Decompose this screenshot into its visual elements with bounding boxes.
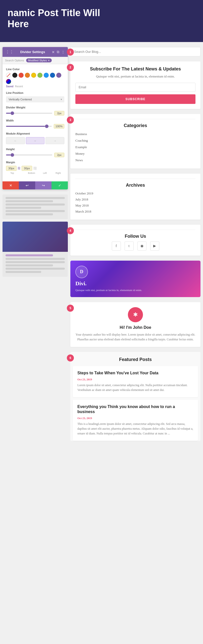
archives-divider bbox=[75, 179, 195, 179]
redo-button[interactable]: ↪ bbox=[35, 181, 52, 189]
more-icon[interactable]: ⋮ bbox=[61, 50, 65, 54]
width-track[interactable] bbox=[6, 126, 52, 127]
divider-weight-group: Divider Weight 2px bbox=[6, 106, 64, 115]
width-value: 100% bbox=[54, 124, 64, 129]
blurred-content-block-1 bbox=[3, 194, 68, 219]
line-position-group: Line Position Vertically Centered bbox=[6, 91, 64, 102]
modified-styles-tab[interactable]: Modified Styles ✕ bbox=[26, 58, 52, 62]
line-color-label: Line Color bbox=[6, 68, 64, 71]
archive-mar-2018[interactable]: March 2018 bbox=[75, 209, 195, 215]
close-modified-tab[interactable]: ✕ bbox=[48, 59, 50, 62]
saved-recent-row: Saved Recent bbox=[6, 85, 64, 88]
follow-section: 4 Follow Us f t ◉ ▶ bbox=[70, 225, 200, 261]
margin-label: Margin bbox=[6, 161, 64, 164]
undo-button[interactable]: ↩ bbox=[19, 181, 35, 189]
cancel-button[interactable]: ✕ bbox=[3, 181, 19, 189]
line-position-label: Line Position bbox=[6, 91, 64, 94]
color-swatch-green[interactable] bbox=[37, 73, 42, 78]
author-bio: Your dynamic author bio will display her… bbox=[75, 332, 195, 342]
confirm-button[interactable]: ✓ bbox=[52, 181, 68, 189]
category-news[interactable]: News bbox=[75, 157, 195, 164]
categories-section: 3 Categories Business Coaching Example M… bbox=[70, 114, 200, 174]
featured-post-excerpt-2: This is a headingLorem ipsum dolor sit a… bbox=[77, 422, 193, 436]
subscribe-widget: Subscribe For The Latest News & Updates … bbox=[70, 61, 200, 109]
category-money[interactable]: Money bbox=[75, 150, 195, 157]
page-title: namic Post Title WillHere bbox=[8, 8, 195, 29]
margin-inputs-row: ⛓ ⛓ bbox=[6, 166, 64, 171]
divider-weight-value: 2px bbox=[54, 111, 64, 115]
color-swatch-blue[interactable] bbox=[44, 73, 49, 78]
archives-widget: Archives October 2019 July 2018 May 2018… bbox=[70, 174, 200, 220]
category-example[interactable]: Example bbox=[75, 144, 195, 150]
settings-tabs: Search Options Modified Styles ✕ bbox=[3, 57, 68, 64]
facebook-icon[interactable]: f bbox=[112, 242, 121, 251]
margin-labels: Top Bottom Left Right bbox=[6, 172, 64, 174]
divi-promo-banner[interactable]: D Divi. Quisque velit nisi, pretium ut l… bbox=[70, 261, 200, 297]
subscribe-subtitle: Quisque velit nisi, pretium ut lacinia i… bbox=[75, 74, 195, 79]
minimize-icon[interactable]: ✕ bbox=[52, 50, 55, 54]
expand-icon[interactable]: ⧉ bbox=[57, 50, 59, 54]
subscribe-button[interactable]: SUBSCRIBE bbox=[75, 94, 195, 104]
color-swatch-gradient[interactable] bbox=[6, 79, 11, 84]
margin-left-label: Left bbox=[39, 172, 51, 174]
height-value: 2px bbox=[54, 153, 64, 157]
color-swatch-purple[interactable] bbox=[56, 73, 61, 78]
margin-top-input[interactable] bbox=[6, 166, 17, 171]
email-input[interactable] bbox=[75, 83, 195, 92]
saved-link[interactable]: Saved bbox=[6, 85, 13, 88]
divider-weight-fill bbox=[6, 113, 11, 114]
twitter-icon[interactable]: t bbox=[125, 242, 134, 251]
color-swatches bbox=[6, 73, 64, 84]
category-coaching[interactable]: Coaching bbox=[75, 137, 195, 144]
featured-post-card-1[interactable]: Steps to Take When You've Lost Your Data… bbox=[73, 366, 198, 397]
panel-title: Divider Settings bbox=[20, 50, 45, 54]
height-thumb[interactable] bbox=[11, 153, 14, 157]
youtube-icon[interactable]: ▶ bbox=[150, 242, 159, 251]
categories-divider bbox=[75, 119, 195, 119]
margin-bottom-label: Bottom bbox=[25, 172, 38, 174]
content-blocks bbox=[3, 194, 68, 277]
divider-weight-thumb[interactable] bbox=[11, 111, 14, 115]
featured-posts-widget: Featured Posts Steps to Take When You've… bbox=[70, 352, 200, 440]
archive-oct-2019[interactable]: October 2019 bbox=[75, 190, 195, 196]
subscribe-title: Subscribe For The Latest News & Updates bbox=[75, 66, 195, 72]
search-options-tab[interactable]: Search Options bbox=[5, 59, 24, 62]
divi-subtitle: Quisque velit nisi, pretium ut lacinia i… bbox=[75, 288, 195, 292]
panel-header-icons: ✕ ⧉ ⋮ bbox=[52, 50, 65, 54]
align-left-btn[interactable]: ← bbox=[6, 137, 25, 144]
color-swatch-orange[interactable] bbox=[25, 73, 30, 78]
featured-post-card-2[interactable]: Everything you Think you know about how … bbox=[73, 400, 198, 441]
drag-handle[interactable]: ⋮⋮ bbox=[6, 50, 14, 54]
search-input[interactable] bbox=[70, 47, 200, 56]
line-position-select[interactable]: Vertically Centered bbox=[6, 96, 64, 102]
archive-may-2018[interactable]: May 2018 bbox=[75, 203, 195, 209]
color-swatch-dark-blue[interactable] bbox=[50, 73, 55, 78]
color-swatch-red[interactable] bbox=[19, 73, 24, 78]
align-center-btn[interactable]: ↔ bbox=[26, 137, 45, 144]
divi-logo: D bbox=[75, 266, 88, 278]
height-track[interactable] bbox=[6, 154, 52, 155]
divider-weight-track[interactable] bbox=[6, 113, 52, 114]
color-swatch-yellow[interactable] bbox=[31, 73, 36, 78]
align-right-btn[interactable]: → bbox=[45, 137, 64, 144]
social-icons: f t ◉ ▶ bbox=[75, 242, 195, 251]
margin-link-icon: ⛓ bbox=[18, 167, 21, 170]
author-name: Hi! I'm John Doe bbox=[75, 325, 195, 330]
badge-4: 4 bbox=[67, 227, 74, 234]
line-color-group: Line Color Saved bbox=[6, 68, 64, 88]
instagram-icon[interactable]: ◉ bbox=[137, 242, 146, 251]
width-label: Width bbox=[6, 119, 64, 122]
recent-link[interactable]: Recent bbox=[15, 85, 23, 88]
divider-settings-panel: ⋮⋮ Divider Settings ✕ ⧉ ⋮ Search Options… bbox=[3, 47, 68, 189]
color-swatch-black[interactable] bbox=[12, 73, 17, 78]
archives-title: Archives bbox=[75, 183, 195, 188]
height-label: Height bbox=[6, 148, 64, 151]
search-section: 1 bbox=[70, 47, 200, 61]
featured-post-date-1: Oct 23, 2019 bbox=[77, 378, 193, 381]
category-business[interactable]: Business bbox=[75, 131, 195, 137]
archive-jul-2018[interactable]: July 2018 bbox=[75, 196, 195, 203]
color-swatch-transparent[interactable] bbox=[6, 73, 11, 78]
margin-bottom-input[interactable] bbox=[22, 166, 32, 171]
follow-divider bbox=[75, 230, 195, 230]
width-thumb[interactable] bbox=[45, 125, 48, 128]
